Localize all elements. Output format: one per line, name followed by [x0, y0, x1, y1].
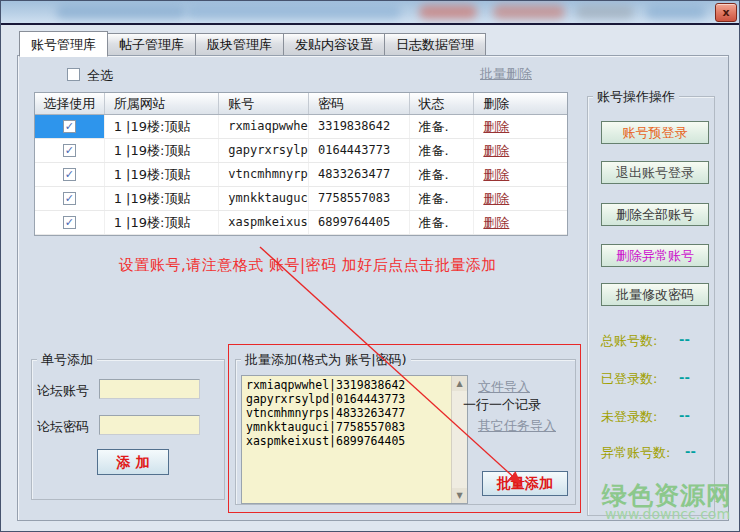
row-delete-link[interactable]: 删除: [483, 167, 509, 182]
titlebar-blur-decoration: [419, 5, 477, 19]
format-hint-text: 设置账号,请注意格式 账号|密码 加好后点点击批量添加: [119, 256, 497, 275]
scroll-up-icon[interactable]: [452, 376, 467, 391]
other-task-import-link[interactable]: 其它任务导入: [478, 417, 556, 435]
tab-post-content-settings[interactable]: 发贴内容设置: [284, 33, 385, 57]
add-button[interactable]: 添 加: [97, 449, 169, 475]
titlebar: x: [1, 1, 740, 25]
single-add-title: 单号添加: [37, 351, 97, 369]
row-delete-link[interactable]: 删除: [483, 143, 509, 158]
forum-password-label: 论坛密码: [37, 418, 89, 436]
titlebar-blur-decoration: [646, 5, 706, 19]
header-status: 状态: [410, 93, 475, 114]
titlebar-blur-decoration: [186, 5, 401, 19]
stat-abnormal-accounts-value: --: [685, 444, 696, 459]
row-delete-link[interactable]: 删除: [483, 191, 509, 206]
titlebar-blur-decoration: [56, 5, 186, 19]
delete-abnormal-accounts-button[interactable]: 删除异常账号: [601, 244, 709, 267]
table-row: 1 |19楼:顶贴 gapyrxrsylpd 0164443773 准备. 删除: [35, 139, 567, 163]
cell-account: gapyrxrsylpd: [219, 139, 309, 162]
cell-status: 准备.: [410, 187, 475, 210]
select-all-checkbox[interactable]: [67, 68, 80, 81]
cell-password: 4833263477: [309, 163, 410, 186]
stat-logged-in-value: --: [679, 370, 690, 385]
logout-accounts-button[interactable]: 退出账号登录: [601, 161, 709, 184]
stat-logged-in-label: 已登录数:: [601, 370, 657, 388]
cell-password: 7758557083: [309, 187, 410, 210]
row-checkbox[interactable]: [63, 168, 76, 181]
stat-total-accounts-value: --: [679, 332, 690, 347]
cell-site: 1 |19楼:顶贴: [105, 211, 220, 234]
row-delete-link[interactable]: 删除: [483, 215, 509, 230]
app-window: x 账号管理库 帖子管理库 版块管理库 发贴内容设置 日志数据管理 全选 批量删…: [0, 0, 740, 532]
cell-site: 1 |19楼:顶贴: [105, 187, 220, 210]
header-account: 账号: [219, 93, 309, 114]
table-row: 1 |19楼:顶贴 xaspmkeixust 6899764405 准备. 删除: [35, 211, 567, 235]
watermark-site-url: www.downcc.com: [605, 506, 730, 522]
one-record-per-line-label: 一行一个记录: [463, 396, 541, 414]
cell-account: ymnkktauguci: [219, 187, 309, 210]
cell-password: 0164443773: [309, 139, 410, 162]
table-row: 1 |19楼:顶贴 rxmiaqpwwhel 3319838642 准备. 删除: [35, 115, 567, 139]
batch-add-textarea[interactable]: rxmiaqpwwhel|3319838642 gapyrxrsylpd|016…: [242, 376, 451, 503]
cell-site: 1 |19楼:顶贴: [105, 115, 220, 138]
stat-total-accounts-label: 总账号数:: [601, 332, 657, 350]
batch-add-title: 批量添加(格式为 账号|密码): [241, 351, 411, 369]
row-checkbox[interactable]: [63, 216, 76, 229]
batch-change-password-button[interactable]: 批量修改密码: [601, 283, 709, 306]
cell-site: 1 |19楼:顶贴: [105, 139, 220, 162]
tab-strip: 账号管理库 帖子管理库 版块管理库 发贴内容设置 日志数据管理: [19, 31, 486, 56]
cell-password: 3319838642: [309, 115, 410, 138]
header-password: 密码: [309, 93, 410, 114]
batch-add-button[interactable]: 批量添加: [482, 471, 568, 496]
titlebar-blur-decoration: [493, 5, 565, 19]
row-checkbox[interactable]: [63, 120, 76, 133]
stat-abnormal-accounts-label: 异常账号数:: [601, 444, 670, 462]
pre-login-button[interactable]: 账号预登录: [601, 121, 709, 144]
tab-board-library[interactable]: 版块管理库: [196, 33, 284, 57]
select-all-label: 全选: [87, 67, 113, 85]
cell-account: vtncmhmnyrps: [219, 163, 309, 186]
stat-not-logged-in-label: 未登录数:: [601, 408, 657, 426]
cell-site: 1 |19楼:顶贴: [105, 163, 220, 186]
accounts-table: 选择使用 所属网站 账号 密码 状态 删除 1 |19楼:顶贴 rxmiaqpw…: [34, 92, 568, 236]
file-import-link[interactable]: 文件导入: [478, 378, 530, 396]
cell-account: rxmiaqpwwhel: [219, 115, 309, 138]
table-row: 1 |19楼:顶贴 ymnkktauguci 7758557083 准备. 删除: [35, 187, 567, 211]
cell-status: 准备.: [410, 139, 475, 162]
delete-all-accounts-button[interactable]: 删除全部账号: [601, 203, 709, 226]
row-checkbox[interactable]: [63, 192, 76, 205]
cell-account: xaspmkeixust: [219, 211, 309, 234]
forum-password-input[interactable]: [99, 415, 200, 435]
tab-account-library[interactable]: 账号管理库: [19, 31, 108, 57]
row-delete-link[interactable]: 删除: [483, 119, 509, 134]
titlebar-blur-decoration: [576, 5, 634, 19]
cell-status: 准备.: [410, 163, 475, 186]
header-delete: 删除: [474, 93, 567, 114]
forum-account-input[interactable]: [99, 379, 200, 399]
batch-add-textarea-frame: rxmiaqpwwhel|3319838642 gapyrxrsylpd|016…: [241, 375, 468, 504]
forum-account-label: 论坛账号: [37, 382, 89, 400]
cell-status: 准备.: [410, 115, 475, 138]
tab-log-data-management[interactable]: 日志数据管理: [385, 33, 486, 57]
header-select: 选择使用: [35, 93, 105, 114]
tab-post-library[interactable]: 帖子管理库: [108, 33, 196, 57]
header-site: 所属网站: [105, 93, 220, 114]
cell-password: 6899764405: [309, 211, 410, 234]
scroll-down-icon[interactable]: [452, 488, 467, 503]
batch-delete-link[interactable]: 批量删除: [480, 65, 532, 83]
stat-not-logged-in-value: --: [679, 408, 690, 423]
row-checkbox[interactable]: [63, 144, 76, 157]
close-button[interactable]: x: [715, 3, 737, 22]
cell-status: 准备.: [410, 211, 475, 234]
table-row: 1 |19楼:顶贴 vtncmhmnyrps 4833263477 准备. 删除: [35, 163, 567, 187]
account-ops-title: 账号操作操作: [593, 88, 679, 106]
table-header: 选择使用 所属网站 账号 密码 状态 删除: [35, 93, 567, 115]
